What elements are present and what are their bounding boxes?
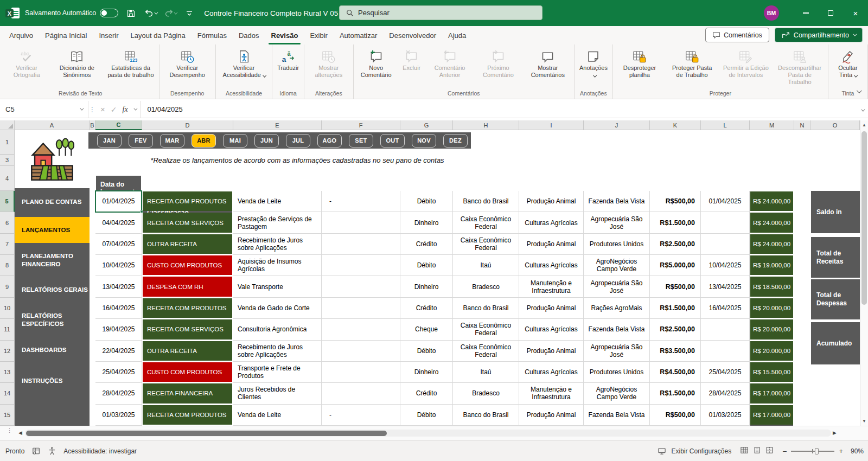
cell-payment_method-row6[interactable]: Crédito bbox=[400, 298, 453, 319]
ribbon-button-verificar-desempenho[interactable]: Verificar Desempenho bbox=[161, 47, 214, 79]
cell-item-row3[interactable] bbox=[322, 234, 400, 255]
cell-item-row9[interactable] bbox=[322, 362, 400, 383]
scroll-left-icon[interactable]: ◀ bbox=[18, 430, 22, 436]
cell-accumulated-row9[interactable]: R$ 15.500,00 bbox=[750, 362, 793, 382]
row-header-14[interactable]: 14 bbox=[0, 383, 15, 404]
user-avatar[interactable]: BM bbox=[764, 5, 779, 21]
autosave-toggle[interactable] bbox=[100, 9, 118, 17]
cell-account-row7[interactable]: Consultoria Agronômica bbox=[233, 319, 322, 340]
cell-bank-row6[interactable]: Banco do Brasil bbox=[453, 298, 519, 319]
cell-client-row4[interactable]: AgroNegócios Campo Verde bbox=[584, 255, 650, 276]
month-tab-jan[interactable]: JAN bbox=[97, 134, 122, 148]
cell-cost_center-row11[interactable]: Produção Animal bbox=[519, 405, 584, 426]
cell-accumulated-row8[interactable]: R$ 20.000,00 bbox=[750, 341, 793, 361]
cell-classification-row2[interactable]: RECEITA COM SERVIÇOS bbox=[143, 213, 232, 232]
month-tab-mar[interactable]: MAR bbox=[160, 134, 184, 148]
cell-date-row6[interactable]: 16/04/2025 bbox=[95, 298, 142, 319]
cell-payment_date-row6[interactable]: 16/04/2025 bbox=[701, 298, 750, 319]
cell-item-row5[interactable] bbox=[322, 276, 400, 297]
month-tab-mai[interactable]: MAI bbox=[223, 134, 247, 148]
cell-account-row9[interactable]: Transporte e Frete de Produtos bbox=[233, 362, 322, 383]
document-title[interactable]: Controle Financeiro Completo Rural V 05 bbox=[204, 9, 345, 17]
cell-value-row8[interactable]: R$3.500,00 bbox=[650, 341, 701, 362]
cell-value-row10[interactable]: R$1.500,00 bbox=[650, 383, 701, 404]
cell-client-row8[interactable]: Agropecuária São José bbox=[584, 341, 650, 362]
column-header-E[interactable]: E bbox=[233, 120, 322, 130]
cell-item-row2[interactable] bbox=[322, 212, 400, 233]
cell-account-row6[interactable]: Venda de Gado de Corte bbox=[233, 298, 322, 319]
month-tab-nov[interactable]: NOV bbox=[412, 134, 436, 148]
cell-item-row8[interactable] bbox=[322, 341, 400, 362]
save-button[interactable] bbox=[124, 6, 138, 20]
row-header-6[interactable]: 6 bbox=[0, 212, 15, 233]
formula-input[interactable]: 01/04/2025 bbox=[141, 105, 183, 113]
cell-classification-row8[interactable]: OUTRA RECEITA bbox=[143, 341, 232, 361]
search-input[interactable]: Pesquisar bbox=[339, 5, 542, 20]
row-header-8[interactable]: 8 bbox=[0, 255, 15, 276]
cell-account-row4[interactable]: Aquisição de Insumos Agrícolas bbox=[233, 255, 322, 276]
cell-client-row6[interactable]: Rações AgroMais bbox=[584, 298, 650, 319]
column-header-G[interactable]: G bbox=[400, 120, 453, 130]
cell-client-row5[interactable]: Agropecuária São José bbox=[584, 276, 650, 297]
cell-cost_center-row6[interactable]: Produção Animal bbox=[519, 298, 584, 319]
cell-item-row4[interactable] bbox=[322, 255, 400, 276]
cell-payment_date-row7[interactable] bbox=[701, 319, 750, 340]
cell-classification-row5[interactable]: DESPESA COM RH bbox=[143, 277, 232, 296]
zoom-slider[interactable] bbox=[791, 451, 834, 452]
cell-date-row10[interactable]: 28/04/2025 bbox=[95, 383, 142, 404]
select-all-corner[interactable] bbox=[0, 120, 15, 130]
cell-payment_date-row8[interactable] bbox=[701, 341, 750, 362]
column-header-O[interactable]: O bbox=[810, 120, 860, 130]
column-header-H[interactable]: H bbox=[453, 120, 519, 130]
sheet-splitter-handle[interactable]: ⋮ bbox=[7, 429, 12, 432]
cell-value-row5[interactable]: R$500,00 bbox=[650, 276, 701, 297]
autosave-control[interactable]: Salvamento Automático bbox=[25, 9, 118, 17]
cell-payment_method-row9[interactable]: Dinheiro bbox=[400, 362, 453, 383]
cell-date-row3[interactable]: 07/04/2025 bbox=[95, 234, 142, 255]
cell-payment_method-row8[interactable]: Débito bbox=[400, 341, 453, 362]
ribbon-tab-desenvolvedor[interactable]: Desenvolvedor bbox=[383, 26, 442, 44]
cell-cost_center-row5[interactable]: Manutenção e Infraestrutura bbox=[519, 276, 584, 297]
month-tab-out[interactable]: OUT bbox=[380, 134, 405, 148]
cell-item-row11[interactable]: - bbox=[322, 405, 400, 426]
cell-accumulated-row10[interactable]: R$ 17.000,00 bbox=[750, 383, 793, 403]
cell-value-row7[interactable]: R$2.500,00 bbox=[650, 319, 701, 340]
cell-payment_method-row5[interactable]: Dinheiro bbox=[400, 276, 453, 297]
cell-accumulated-row1[interactable]: R$ 24.000,00 bbox=[750, 191, 793, 211]
row-header-4[interactable]: 4 bbox=[0, 166, 15, 191]
column-header-A[interactable]: A bbox=[15, 120, 90, 130]
ribbon-button-ocultar-tinta[interactable]: Ocultar Tinta bbox=[829, 47, 866, 79]
month-tab-abr[interactable]: ABR bbox=[192, 134, 216, 148]
cell-accumulated-row4[interactable]: R$ 19.000,00 bbox=[750, 255, 793, 275]
normal-view-icon[interactable] bbox=[740, 446, 749, 456]
cell-value-row6[interactable]: R$1.500,00 bbox=[650, 298, 701, 319]
cell-date-row9[interactable]: 25/04/2025 bbox=[95, 362, 142, 383]
cell-payment_method-row2[interactable]: Dinheiro bbox=[400, 212, 453, 233]
quick-access-customize-icon[interactable] bbox=[182, 6, 196, 20]
scroll-up-icon[interactable]: ▲ bbox=[860, 120, 868, 130]
row-header-12[interactable]: 12 bbox=[0, 341, 15, 362]
cell-accumulated-row2[interactable]: R$ 24.000,00 bbox=[750, 213, 793, 232]
cell-bank-row4[interactable]: Itaú bbox=[453, 255, 519, 276]
cell-classification-row7[interactable]: RECEITA COM SERVIÇOS bbox=[143, 319, 232, 339]
cell-cost_center-row4[interactable]: Culturas Agrícolas bbox=[519, 255, 584, 276]
scroll-down-icon[interactable]: ▼ bbox=[860, 417, 868, 426]
expand-formula-bar-icon[interactable] bbox=[861, 105, 864, 113]
column-header-L[interactable]: L bbox=[701, 120, 750, 130]
ribbon-tab-pagina-inicial[interactable]: Página Inicial bbox=[39, 26, 93, 44]
minimize-button[interactable] bbox=[793, 0, 818, 26]
cell-cost_center-row10[interactable]: Manutenção e Infraestrutura bbox=[519, 383, 584, 404]
cell-classification-row11[interactable]: RECEITA COM PRODUTOS bbox=[143, 405, 232, 425]
row-header-7[interactable]: 7 bbox=[0, 234, 15, 255]
cell-bank-row10[interactable]: Bradesco bbox=[453, 383, 519, 404]
cell-bank-row3[interactable]: Caixa Econômico Federal bbox=[453, 234, 519, 255]
cell-cost_center-row3[interactable]: Produção Animal bbox=[519, 234, 584, 255]
column-header-N[interactable]: N bbox=[794, 120, 810, 130]
cell-value-row1[interactable]: R$500,00 bbox=[650, 191, 701, 212]
cell-accumulated-row11[interactable]: R$ 17.000,00 bbox=[750, 405, 793, 425]
vertical-scrollbar[interactable]: ▲▼ bbox=[860, 120, 868, 426]
sidebar-item-plano-de-contas[interactable]: PLANO DE CONTAS bbox=[15, 191, 90, 213]
ribbon-tab-layout-da-pagina[interactable]: Layout da Página bbox=[125, 26, 192, 44]
cell-date-row2[interactable]: 04/04/2025 bbox=[95, 212, 142, 233]
column-header-D[interactable]: D bbox=[142, 120, 233, 130]
